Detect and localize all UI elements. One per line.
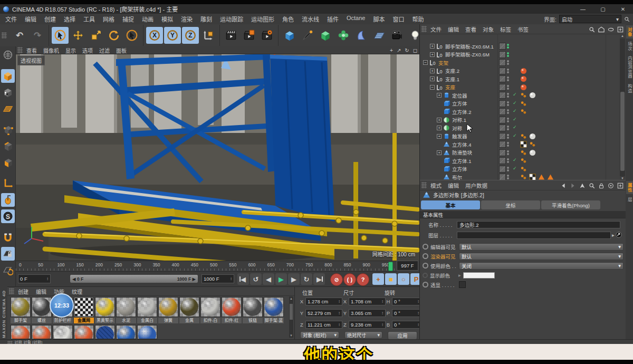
- play-forward-button[interactable]: ▶: [275, 273, 287, 285]
- enabled-check-icon[interactable]: ✓: [513, 92, 517, 97]
- workplane-rotate-button[interactable]: [1, 263, 15, 277]
- material-thumbnail[interactable]: [53, 325, 73, 339]
- layer-swatch[interactable]: [499, 51, 506, 58]
- search-icon[interactable]: [624, 16, 630, 22]
- xray-checkbox[interactable]: [459, 281, 466, 288]
- coordinate-field[interactable]: 0 °↕: [392, 309, 421, 317]
- toolbar-grip[interactable]: [2, 32, 7, 39]
- key-scale-toggle[interactable]: ■: [385, 273, 397, 285]
- viewport-grip[interactable]: [17, 47, 23, 53]
- viewport-menu-item-2[interactable]: 摄像机: [43, 46, 59, 54]
- expand-icon[interactable]: +: [437, 118, 442, 122]
- magnet-snap-button[interactable]: [1, 231, 15, 244]
- lock-x-axis-button[interactable]: X: [146, 27, 163, 44]
- menubar-item-10[interactable]: 渲染: [181, 15, 193, 23]
- viewport-menu-item-3[interactable]: 显示: [65, 46, 76, 54]
- menubar-item-11[interactable]: 雕刻: [200, 15, 212, 23]
- autokey-button[interactable]: ( ): [343, 273, 356, 286]
- layer-swatch[interactable]: [499, 84, 506, 91]
- attribute-select[interactable]: 关闭▾: [459, 262, 624, 270]
- expand-icon[interactable]: +: [430, 69, 435, 73]
- material-thumbnail[interactable]: [74, 297, 94, 317]
- coordinate-field[interactable]: 9.238 cm↕: [349, 321, 386, 329]
- object-manager-menu-item-4[interactable]: 对象: [483, 25, 494, 33]
- side-tab-3[interactable]: 内容浏览器: [626, 54, 633, 81]
- selection-cursor-button[interactable]: [123, 27, 140, 44]
- material-thumbnail[interactable]: [200, 297, 220, 317]
- menubar-item-4[interactable]: 选择: [64, 15, 75, 23]
- layer-swatch[interactable]: [499, 149, 506, 156]
- material-thumbnail[interactable]: [264, 297, 284, 317]
- material-thumbnail[interactable]: [74, 325, 94, 339]
- stepper-icon[interactable]: ↕: [46, 276, 49, 281]
- material-item[interactable]: [74, 325, 94, 339]
- material-thumbnail[interactable]: [158, 297, 178, 317]
- material-label[interactable]: 脚手架-蓝: [264, 318, 284, 323]
- material-thumbnail[interactable]: [137, 325, 157, 339]
- visibility-dots[interactable]: [507, 85, 509, 90]
- menubar-item-17[interactable]: Octane: [347, 15, 365, 23]
- zoom-view-icon[interactable]: ↗: [397, 47, 401, 53]
- edit-render-settings-button[interactable]: [258, 27, 275, 44]
- material-thumbnail[interactable]: [11, 297, 31, 317]
- floor-object-button[interactable]: [371, 27, 388, 44]
- material-item[interactable]: 脚手架: [11, 297, 31, 323]
- visibility-dots[interactable]: [507, 52, 509, 57]
- interface-select[interactable]: 启动▾: [559, 15, 621, 23]
- size-mode-select[interactable]: 绝对尺寸▾: [344, 331, 382, 339]
- lock-y-axis-button[interactable]: Y: [164, 27, 181, 44]
- material-item[interactable]: 黑黄警示: [95, 297, 116, 323]
- attr-side-tab-2[interactable]: 层: [626, 195, 633, 204]
- visibility-dots[interactable]: [507, 175, 509, 179]
- material-thumbnail[interactable]: [243, 297, 263, 317]
- material-item[interactable]: 水泥: [116, 297, 137, 323]
- layer-swatch[interactable]: [499, 133, 506, 140]
- attribute-tab-2[interactable]: 坐标: [481, 200, 540, 209]
- render-picture-viewer-button[interactable]: [241, 27, 257, 44]
- attributes-menu-item-1[interactable]: 模式: [430, 181, 442, 189]
- material-thumbnail[interactable]: [222, 297, 242, 317]
- visibility-dots[interactable]: [507, 44, 509, 49]
- tree-row[interactable]: +0脚手架踏板-ZX0.6M.1: [420, 42, 626, 50]
- tag-list[interactable]: [520, 92, 537, 99]
- expand-icon[interactable]: +: [437, 134, 442, 139]
- visibility-dots[interactable]: [507, 167, 509, 171]
- tree-row[interactable]: −0支架: [420, 59, 622, 66]
- keyframe-dot-icon[interactable]: [423, 273, 428, 278]
- material-thumbnail[interactable]: [137, 297, 157, 317]
- close-button[interactable]: ✕: [613, 4, 633, 14]
- timeline-range-slider[interactable]: ◀ 0 F1000 F ▶: [70, 274, 198, 283]
- viewport-scene[interactable]: [16, 54, 419, 261]
- material-scrollbar[interactable]: ▲▼: [289, 296, 293, 338]
- coordinate-field[interactable]: 3.065 cm↕: [349, 309, 386, 317]
- view-label[interactable]: 透视视图: [17, 55, 45, 65]
- menubar-item-7[interactable]: 捕捉: [122, 15, 134, 23]
- enable-snap-button[interactable]: S: [1, 209, 15, 223]
- expand-icon[interactable]: +: [430, 76, 435, 81]
- enabled-check-icon[interactable]: ✓: [513, 133, 517, 138]
- menubar-item-3[interactable]: 创建: [44, 15, 56, 23]
- redo-button[interactable]: ↷: [29, 27, 46, 44]
- current-frame-field[interactable]: 997 F: [397, 261, 418, 271]
- layer-swatch[interactable]: [499, 100, 506, 107]
- stepper-icon[interactable]: ↕: [381, 311, 383, 315]
- object-manager-grip[interactable]: [421, 26, 427, 32]
- menubar-item-5[interactable]: 工具: [83, 15, 95, 23]
- visibility-dots[interactable]: [507, 134, 509, 139]
- materials-menu-item-2[interactable]: 编辑: [36, 288, 46, 295]
- attr-side-tab-1[interactable]: 属性: [626, 181, 633, 194]
- visibility-dots[interactable]: [507, 142, 509, 147]
- object-manager-menu-item-2[interactable]: 编辑: [448, 25, 459, 33]
- collapse-icon[interactable]: −: [423, 60, 428, 65]
- name-input[interactable]: 多边形.2: [457, 221, 620, 228]
- stepper-icon[interactable]: ↕: [381, 299, 383, 304]
- frame-start-field[interactable]: 0 F↕: [18, 274, 51, 283]
- tag-list[interactable]: [520, 108, 528, 115]
- menubar-item-9[interactable]: 模拟: [161, 15, 173, 23]
- next-frame-button[interactable]: ▶: [288, 273, 300, 285]
- material-item[interactable]: 金属白: [137, 297, 158, 323]
- tree-row[interactable]: 立方体.4: [420, 140, 626, 148]
- keyframe-options-button[interactable]: ?: [357, 273, 369, 286]
- menubar-item-13[interactable]: 运动图形: [251, 15, 274, 23]
- material-thumbnail[interactable]: [95, 325, 115, 339]
